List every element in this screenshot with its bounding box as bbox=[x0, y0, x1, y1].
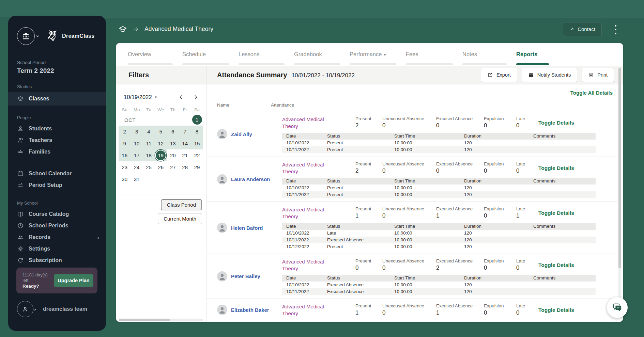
top-divider bbox=[102, 17, 644, 17]
report-panel: Attendance Summary 10/01/2022 - 10/19/20… bbox=[206, 66, 623, 322]
kebab-menu[interactable] bbox=[613, 25, 618, 34]
calendar-day[interactable]: 12 bbox=[155, 138, 167, 149]
sidebar-nav: StudiesClassesPeopleStudentsTeachersFami… bbox=[8, 84, 106, 266]
upgrade-plan-button[interactable]: Upgrade Plan bbox=[54, 274, 93, 287]
tab-notes[interactable]: Notes bbox=[462, 47, 507, 66]
stat-unexcused-absence: Unexcused Absence0 bbox=[382, 303, 436, 317]
class-name-link[interactable]: Advanced Medical Theory bbox=[282, 303, 355, 317]
student-name-link[interactable]: Helen Baford bbox=[231, 225, 263, 231]
sidebar-item-course-catalog[interactable]: Course Catalog bbox=[8, 208, 106, 220]
toggle-details-link[interactable]: Toggle Details bbox=[538, 307, 574, 313]
sidebar-item-school-periods[interactable]: School Periods bbox=[8, 220, 106, 231]
calendar-day[interactable]: 7 bbox=[179, 126, 191, 138]
calendar-day[interactable]: 24 bbox=[131, 161, 142, 173]
toggle-all-details-link[interactable]: Toggle All Details bbox=[206, 84, 623, 96]
sidebar-item-families[interactable]: Families bbox=[8, 146, 106, 158]
toggle-details-link[interactable]: Toggle Details bbox=[538, 120, 574, 126]
calendar-day[interactable]: 6 bbox=[167, 126, 179, 138]
toggle-details-link[interactable]: Toggle Details bbox=[538, 210, 574, 216]
student-name-link[interactable]: Zaid Ally bbox=[231, 131, 252, 137]
contact-button[interactable]: Contact bbox=[563, 22, 602, 36]
account-menu[interactable]: dreamclass team bbox=[17, 301, 87, 317]
detail-cell: Present bbox=[327, 140, 394, 146]
calendar-day[interactable]: 22 bbox=[191, 149, 203, 161]
calendar-day[interactable]: 8 bbox=[191, 126, 203, 138]
attendance-summary-row: Advanced Medical TheoryPresent0Unexcused… bbox=[282, 258, 618, 272]
sidebar-item-period-setup[interactable]: Period Setup bbox=[8, 179, 106, 191]
chat-fab[interactable] bbox=[607, 297, 628, 318]
detail-cell: 120 bbox=[464, 237, 533, 243]
calendar-day[interactable]: 16 bbox=[119, 149, 131, 161]
calendar-day[interactable]: 26 bbox=[155, 161, 167, 173]
sidebar-item-subscription[interactable]: Subscription bbox=[8, 255, 106, 266]
horizontal-scrollbar[interactable] bbox=[119, 319, 203, 321]
calendar-day[interactable]: 21 bbox=[179, 149, 191, 161]
weekday-label: Fr bbox=[183, 107, 187, 112]
vertical-scrollbar[interactable] bbox=[618, 67, 621, 318]
calendar-day[interactable]: 15 bbox=[191, 138, 203, 149]
calendar-day[interactable]: 29 bbox=[191, 161, 203, 173]
class-name-link[interactable]: Advanced Medical Theory bbox=[282, 161, 355, 175]
calendar-day[interactable]: 13 bbox=[167, 138, 179, 149]
print-button[interactable]: Print bbox=[582, 68, 614, 82]
calendar-day[interactable]: 20 bbox=[167, 149, 179, 161]
toggle-details-link[interactable]: Toggle Details bbox=[538, 165, 574, 171]
tab-overview[interactable]: Overview bbox=[128, 47, 173, 66]
sidebar-item-classes[interactable]: Classes bbox=[8, 92, 106, 106]
calendar-day[interactable]: 18 bbox=[143, 149, 155, 161]
sidebar-item-students[interactable]: Students bbox=[8, 123, 106, 134]
sidebar-item-label: Classes bbox=[29, 96, 49, 102]
calendar-day[interactable]: 4 bbox=[143, 126, 155, 138]
stat-value: 0 bbox=[516, 167, 536, 174]
tab-lessons[interactable]: Lessons bbox=[239, 47, 285, 66]
class-name-link[interactable]: Advanced Medical Theory bbox=[282, 206, 355, 220]
detail-row: 10/12/2022Present10:00:00120 bbox=[282, 243, 596, 250]
sidebar-item-records[interactable]: Records› bbox=[8, 231, 106, 243]
tab-reports[interactable]: Reports bbox=[516, 47, 549, 66]
calendar-day[interactable]: 25 bbox=[143, 161, 155, 173]
detail-cell bbox=[533, 237, 596, 243]
tab-gradebook[interactable]: Gradebook bbox=[294, 47, 340, 66]
class-period-button[interactable]: Class Period bbox=[161, 199, 202, 210]
calendar-day[interactable]: 23 bbox=[119, 161, 131, 173]
calendar-day[interactable]: 9 bbox=[119, 138, 131, 149]
calendar-day[interactable]: 10 bbox=[131, 138, 142, 149]
calendar-day[interactable]: 27 bbox=[167, 161, 179, 173]
day-number: 28 bbox=[182, 164, 188, 170]
tab-performance[interactable]: Performance▾ bbox=[350, 47, 396, 66]
calendar-day[interactable]: 31 bbox=[131, 173, 142, 185]
next-month-button[interactable] bbox=[193, 94, 199, 100]
calendar-day[interactable]: 11 bbox=[143, 138, 155, 149]
calendar-day[interactable]: 1 bbox=[191, 114, 203, 126]
class-name-link[interactable]: Advanced Medical Theory bbox=[282, 258, 355, 272]
detail-col-header: Start Time bbox=[394, 133, 464, 140]
chevron-down-icon[interactable] bbox=[35, 34, 40, 38]
notify-students-button[interactable]: Notify Students bbox=[522, 68, 577, 82]
stat-value: 0 bbox=[516, 264, 536, 271]
calendar-day[interactable]: 17 bbox=[131, 149, 142, 161]
tab-fees[interactable]: Fees bbox=[406, 47, 453, 66]
calendar-day[interactable]: 14 bbox=[179, 138, 191, 149]
sidebar-item-settings[interactable]: Settings bbox=[8, 243, 106, 255]
toggle-details-link[interactable]: Toggle Details bbox=[538, 262, 574, 268]
calendar-day[interactable]: 2 bbox=[119, 126, 131, 138]
avatar bbox=[217, 305, 227, 315]
calendar-day[interactable]: 28 bbox=[179, 161, 191, 173]
export-button[interactable]: Export bbox=[481, 68, 517, 82]
current-month-button[interactable]: Current Month bbox=[158, 213, 202, 224]
student-name-link[interactable]: Elizabeth Baker bbox=[231, 307, 269, 313]
sidebar-item-teachers[interactable]: Teachers bbox=[8, 134, 106, 146]
calendar-day[interactable]: 30 bbox=[119, 173, 131, 185]
calendar-day[interactable]: 19 bbox=[155, 149, 167, 161]
calendar-day[interactable]: 5 bbox=[155, 126, 167, 138]
date-select[interactable]: 10/19/2022 ▾ bbox=[124, 94, 157, 100]
class-name-link[interactable]: Advanced Medical Theory bbox=[282, 116, 355, 130]
sidebar-item-school-calendar[interactable]: School Calendar bbox=[8, 168, 106, 179]
prev-month-button[interactable] bbox=[178, 94, 184, 100]
tab-schedule[interactable]: Schedule bbox=[182, 47, 229, 66]
detail-col-header: Comments bbox=[533, 223, 596, 230]
student-name-link[interactable]: Laura Anderson bbox=[231, 176, 270, 182]
student-name-link[interactable]: Peter Bailey bbox=[231, 273, 260, 279]
school-switcher[interactable] bbox=[17, 27, 35, 45]
calendar-day[interactable]: 3 bbox=[131, 126, 142, 138]
